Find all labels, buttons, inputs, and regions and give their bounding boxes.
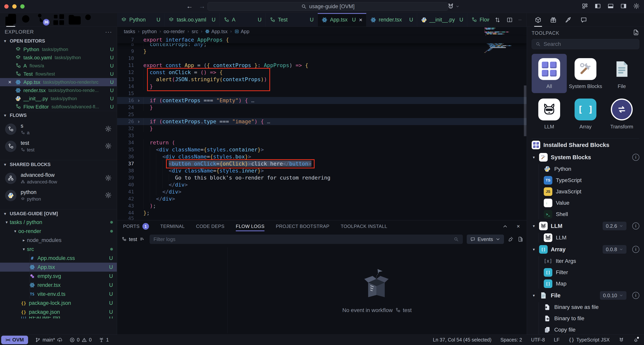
toggle-sidebar-left-icon[interactable] <box>594 3 601 9</box>
assistant-menu[interactable] <box>447 3 460 10</box>
shared-blocks-header[interactable]: ▾SHARED BLOCKS <box>0 160 117 169</box>
flow-settings-gear-icon[interactable] <box>105 125 112 133</box>
editor-tab-flow[interactable]: Flow <box>467 13 489 27</box>
tree-item-render-tsx[interactable]: render.tsxU <box>0 281 117 289</box>
back-icon[interactable]: ← <box>186 2 193 10</box>
tree-item-node-modules[interactable]: ▸node_modules <box>0 236 117 245</box>
activity-files-icon[interactable] <box>3 13 19 27</box>
feedback-view-icon[interactable] <box>580 13 588 27</box>
toolpack-card-array[interactable]: [ ]Array <box>568 94 603 134</box>
open-editors-header[interactable]: ▾OPEN EDITORS <box>0 37 117 45</box>
flow-selector[interactable]: test <box>120 236 146 242</box>
filter-logs-input[interactable]: Filter logs <box>150 235 463 244</box>
panel-tab-code-deps[interactable]: CODE DEPS <box>196 220 224 232</box>
tree-item-oo-render[interactable]: ▾oo-render <box>0 227 117 236</box>
breadcrumb-app[interactable]: App <box>234 29 249 34</box>
flow-settings-gear-icon[interactable] <box>105 142 112 150</box>
block-item-iter-args[interactable]: [x]Iter Args <box>539 255 639 267</box>
remote-indicator[interactable]: >< OVM <box>1 336 28 344</box>
tree-item-vite-env-d-ts[interactable]: TSvite-env.d.tsU <box>0 289 117 298</box>
activity-search-icon[interactable] <box>19 13 35 27</box>
block-item-shell[interactable]: >_Shell <box>539 209 639 220</box>
editor-tab-task-oo-yaml[interactable]: task.oo.yamlU <box>164 13 220 27</box>
block-item-llm[interactable]: LLM <box>539 232 639 243</box>
group-caret[interactable]: ▾ <box>532 155 536 160</box>
git-branch-status[interactable]: main* <box>35 337 62 343</box>
open-editor-item-app-tsx[interactable]: ×App.tsxtasks/python/oo-render/srcU <box>0 78 117 86</box>
info-icon[interactable] <box>632 222 639 229</box>
workspace-header[interactable]: ▾USAGE-GUIDE [OVM] <box>0 209 117 218</box>
list-item-test[interactable]: testtest <box>0 138 117 155</box>
tree-item-package-lock-json[interactable]: {}package-lock.jsonU <box>0 298 117 307</box>
version-dropdown[interactable]: 0.0.10 <box>600 291 626 300</box>
activity-flow-icon[interactable]: 36 <box>35 13 51 27</box>
toolpack-card-llm[interactable]: LLM <box>532 94 567 134</box>
split-editor-icon[interactable] <box>506 17 513 23</box>
problems-status[interactable]: 0 0 <box>70 337 92 343</box>
forward-icon[interactable]: → <box>199 2 205 10</box>
panel-tab-terminal[interactable]: TERMINAL <box>160 220 185 232</box>
code-lines[interactable]: 8 contextProps: any;9}1011export const A… <box>117 43 526 220</box>
ports-status[interactable]: 1 <box>99 337 109 343</box>
open-editor-item-a[interactable]: Aflows/aU <box>0 62 117 70</box>
tree-item-readme-md[interactable]: README.mdU <box>0 316 117 318</box>
open-editor-item-python[interactable]: Pythontasks/pythonU <box>0 45 117 54</box>
list-item-s[interactable]: sa <box>0 121 117 138</box>
flow-settings-gear-icon[interactable] <box>105 174 112 182</box>
group-caret[interactable]: ▾ <box>532 224 536 228</box>
flows-header[interactable]: ▾FLOWS <box>0 111 117 119</box>
toggle-sidebar-right-icon[interactable] <box>620 3 627 9</box>
block-item-filter[interactable]: []Filter <box>539 267 639 278</box>
customize-layout-icon[interactable] <box>582 3 588 9</box>
editor-tab-app-tsx[interactable]: App.tsxU× <box>318 13 366 27</box>
indentation-status[interactable]: Spaces: 2 <box>500 337 522 343</box>
tab-close-icon[interactable]: × <box>359 17 362 23</box>
clear-logs-icon[interactable] <box>508 236 514 242</box>
fold-indicator[interactable]: › <box>134 97 143 104</box>
info-icon[interactable] <box>632 246 639 253</box>
breadcrumb-python[interactable]: python <box>142 29 157 34</box>
breadcrumb-oo-render[interactable]: oo-render <box>164 29 185 34</box>
editor-tab-a[interactable]: AU <box>220 13 266 27</box>
activity-extensions-icon[interactable] <box>51 13 67 27</box>
tree-item-package-json[interactable]: {}package.jsonU <box>0 307 117 316</box>
block-item-copy-file[interactable]: Copy file <box>539 324 639 334</box>
toolpack-view-icon[interactable] <box>534 13 542 27</box>
close-panel-icon[interactable]: × <box>517 223 520 229</box>
export-logs-icon[interactable] <box>518 236 524 242</box>
new-toolpack-icon[interactable] <box>633 29 639 37</box>
eol-status[interactable]: LF <box>554 337 560 343</box>
open-editor-item-render-tsx[interactable]: render.tsxtasks/python/oo-rende...U <box>0 86 117 95</box>
block-item-binary-to-file[interactable]: Binary to file <box>539 313 639 324</box>
assistant-status-icon[interactable] <box>619 337 624 343</box>
flow-settings-gear-icon[interactable] <box>105 192 112 199</box>
group-caret[interactable]: ▾ <box>532 293 536 298</box>
panel-tab-flow-logs[interactable]: FLOW LOGS <box>236 220 264 232</box>
whats-new-icon[interactable] <box>549 13 558 27</box>
version-dropdown[interactable]: 0.0.8 <box>603 245 626 254</box>
tree-item-empty-svg[interactable]: empty.svgU <box>0 272 117 281</box>
open-editor-item-flow-editor[interactable]: Flow Editorsubflows/advanced-fl...U <box>0 103 117 111</box>
activity-key-icon[interactable] <box>83 13 99 27</box>
toolpack-search-input[interactable]: Search <box>532 39 639 49</box>
fold-indicator[interactable]: › <box>134 118 143 125</box>
settings-gear-icon[interactable] <box>633 3 640 9</box>
toolpack-card-all[interactable]: All <box>532 54 567 93</box>
editor-tab--init-py[interactable]: __init__.pyU <box>417 13 467 27</box>
tree-item-src[interactable]: ▾src <box>0 245 117 254</box>
breadcrumb-app-tsx[interactable]: App.tsx <box>205 29 228 34</box>
editor-tab-test[interactable]: TestU <box>266 13 318 27</box>
breadcrumb-tasks[interactable]: tasks <box>124 29 135 34</box>
minimize-window-button[interactable] <box>12 4 16 9</box>
editor-scrollbar[interactable] <box>524 86 526 136</box>
command-center-search[interactable]: usage-guide [OVM] <box>208 2 448 11</box>
cursor-position-status[interactable]: Ln 37, Col 54 (45 selected) <box>433 337 492 343</box>
toolpack-card-file[interactable]: File <box>604 54 639 93</box>
info-icon[interactable] <box>632 154 639 161</box>
notifications-bell-icon[interactable] <box>633 337 638 343</box>
block-item-javascript[interactable]: JSJavaScript <box>539 186 639 197</box>
panel-tab-project-bootstrap[interactable]: PROJECT BOOTSTRAP <box>276 220 330 232</box>
block-item-python[interactable]: Python <box>539 163 639 175</box>
editor-tab-python[interactable]: PythonU <box>117 13 164 27</box>
block-group-array[interactable]: ▾[]Array0.0.8 <box>532 243 639 255</box>
